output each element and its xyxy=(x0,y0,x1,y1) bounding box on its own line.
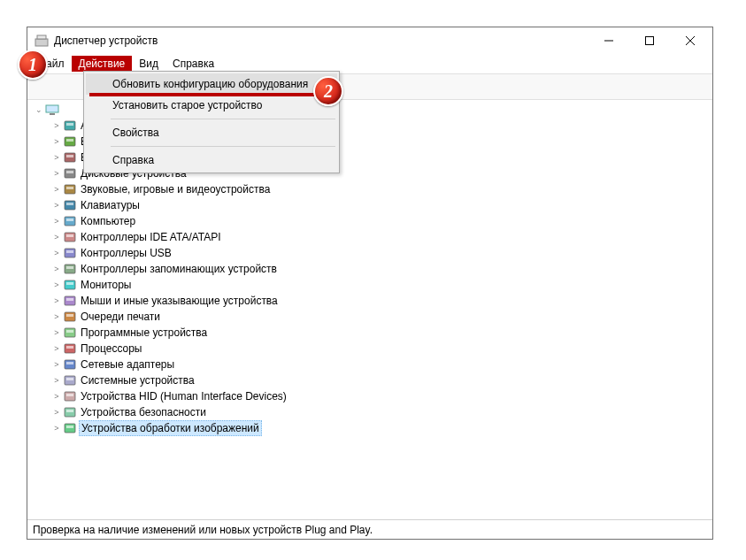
minimize-button[interactable] xyxy=(588,27,629,54)
menu-scan-hardware[interactable]: Обновить конфигурацию оборудования xyxy=(86,73,337,95)
expand-arrow-icon[interactable]: > xyxy=(50,390,63,403)
menu-separator xyxy=(111,146,335,147)
tree-item-label: Мыши и иные указывающие устройства xyxy=(79,294,280,308)
svg-rect-43 xyxy=(66,394,73,396)
tree-item-label: Программные устройства xyxy=(79,326,209,340)
device-category-icon xyxy=(63,214,77,228)
tree-item[interactable]: >Системные устройства xyxy=(49,372,712,388)
tree-item[interactable]: >Контроллеры USB xyxy=(49,245,712,261)
computer-icon xyxy=(45,103,59,117)
device-category-icon xyxy=(63,341,77,356)
expand-arrow-icon[interactable]: > xyxy=(50,135,63,148)
expand-arrow-icon[interactable]: > xyxy=(50,167,63,180)
action-dropdown: Обновить конфигурацию оборудования Устан… xyxy=(83,71,340,173)
tree-item-label: Сетевые адаптеры xyxy=(79,357,176,372)
svg-rect-13 xyxy=(66,155,73,157)
expand-arrow-icon[interactable]: > xyxy=(50,151,63,164)
tree-item[interactable]: >Процессоры xyxy=(49,341,712,357)
tree-item[interactable]: >Компьютер xyxy=(49,213,712,229)
expand-arrow-icon[interactable]: > xyxy=(50,422,63,434)
expand-arrow-icon[interactable]: ⌄ xyxy=(33,104,45,116)
tree-item-label: Системные устройства xyxy=(79,373,196,387)
menu-action[interactable]: Действие xyxy=(72,56,133,72)
device-category-icon xyxy=(63,357,77,372)
svg-rect-39 xyxy=(66,362,73,364)
device-category-icon xyxy=(63,230,77,244)
close-button[interactable] xyxy=(670,27,711,54)
statusbar: Проверка на наличие изменений или новых … xyxy=(27,519,712,539)
tree-item-label: Контроллеры запоминающих устройств xyxy=(79,262,279,276)
tree-item[interactable]: >Контроллеры IDE ATA/ATAPI xyxy=(49,229,712,245)
tree-item-label: Клавиатуры xyxy=(79,198,142,212)
expand-arrow-icon[interactable]: > xyxy=(50,215,63,227)
device-category-icon xyxy=(63,294,77,308)
expand-arrow-icon[interactable]: > xyxy=(50,295,63,307)
titlebar: Диспетчер устройств xyxy=(27,27,712,54)
tree-item[interactable]: >Мыши и иные указывающие устройства xyxy=(49,293,712,309)
svg-rect-33 xyxy=(66,314,73,317)
menu-properties[interactable]: Свойства xyxy=(86,122,337,143)
expand-arrow-icon[interactable]: > xyxy=(50,183,63,196)
svg-rect-17 xyxy=(66,187,73,189)
expand-arrow-icon[interactable]: > xyxy=(50,358,63,371)
expand-arrow-icon[interactable]: > xyxy=(50,279,63,291)
expand-arrow-icon[interactable]: > xyxy=(50,311,63,323)
expand-arrow-icon[interactable]: > xyxy=(50,326,63,339)
svg-rect-7 xyxy=(50,113,55,115)
tree-item[interactable]: >Сетевые адаптеры xyxy=(49,357,712,372)
svg-rect-37 xyxy=(66,346,73,349)
tree-item[interactable]: >Звуковые, игровые и видеоустройства xyxy=(49,181,712,197)
menu-add-legacy[interactable]: Установить старое устройство xyxy=(86,95,337,116)
tree-item-label: Устройства обработки изображений xyxy=(79,420,262,436)
annotation-marker-1: 1 xyxy=(18,50,48,80)
tree-item[interactable]: >Очереди печати xyxy=(49,309,712,325)
menu-help[interactable]: Справка xyxy=(86,150,337,171)
device-category-icon xyxy=(63,310,77,324)
tree-item[interactable]: >Устройства обработки изображений xyxy=(49,420,712,436)
expand-arrow-icon[interactable]: > xyxy=(50,247,63,259)
expand-arrow-icon[interactable]: > xyxy=(50,374,63,387)
svg-rect-19 xyxy=(66,203,73,205)
device-category-icon xyxy=(63,389,77,403)
device-category-icon xyxy=(63,166,77,180)
device-category-icon xyxy=(63,150,77,165)
tree-item-label: Контроллеры USB xyxy=(79,246,173,260)
expand-arrow-icon[interactable]: > xyxy=(50,231,63,243)
expand-arrow-icon[interactable]: > xyxy=(50,263,63,275)
maximize-button[interactable] xyxy=(629,27,670,54)
tree-item[interactable]: >Устройства HID (Human Interface Devices… xyxy=(49,388,712,404)
device-category-icon xyxy=(63,405,77,419)
menu-help[interactable]: Справка xyxy=(165,56,221,72)
tree-item-label: Устройства безопасности xyxy=(79,405,208,419)
device-category-icon xyxy=(63,278,77,292)
expand-arrow-icon[interactable]: > xyxy=(50,406,63,418)
menu-view[interactable]: Вид xyxy=(132,56,165,72)
tree-item[interactable]: >Программные устройства xyxy=(49,325,712,341)
svg-rect-0 xyxy=(35,39,48,46)
device-category-icon xyxy=(63,134,77,149)
tree-item-label: Очереди печати xyxy=(79,310,162,324)
tree-item-label: Звуковые, игровые и видеоустройства xyxy=(79,182,272,196)
expand-arrow-icon[interactable]: > xyxy=(50,199,63,211)
device-category-icon xyxy=(63,198,77,212)
svg-rect-9 xyxy=(66,123,73,126)
tree-item[interactable]: >Мониторы xyxy=(49,277,712,293)
device-category-icon xyxy=(63,262,77,276)
svg-rect-35 xyxy=(66,330,73,333)
tree-item-label: Компьютер xyxy=(79,214,137,228)
expand-arrow-icon[interactable]: > xyxy=(50,119,63,132)
app-icon xyxy=(35,34,49,48)
svg-rect-15 xyxy=(66,171,73,173)
tree-item-label: Мониторы xyxy=(79,278,133,292)
tree-item[interactable]: >Устройства безопасности xyxy=(49,404,712,420)
device-category-icon xyxy=(63,182,77,196)
tree-item[interactable]: >Клавиатуры xyxy=(49,197,712,213)
expand-arrow-icon[interactable]: > xyxy=(50,342,63,355)
annotation-marker-2: 2 xyxy=(313,76,343,106)
svg-rect-45 xyxy=(66,410,73,412)
tree-item[interactable]: >Контроллеры запоминающих устройств xyxy=(49,261,712,277)
svg-rect-27 xyxy=(66,266,73,269)
svg-rect-21 xyxy=(66,219,73,221)
svg-rect-29 xyxy=(66,282,73,285)
tree-item-label: Процессоры xyxy=(79,341,144,356)
